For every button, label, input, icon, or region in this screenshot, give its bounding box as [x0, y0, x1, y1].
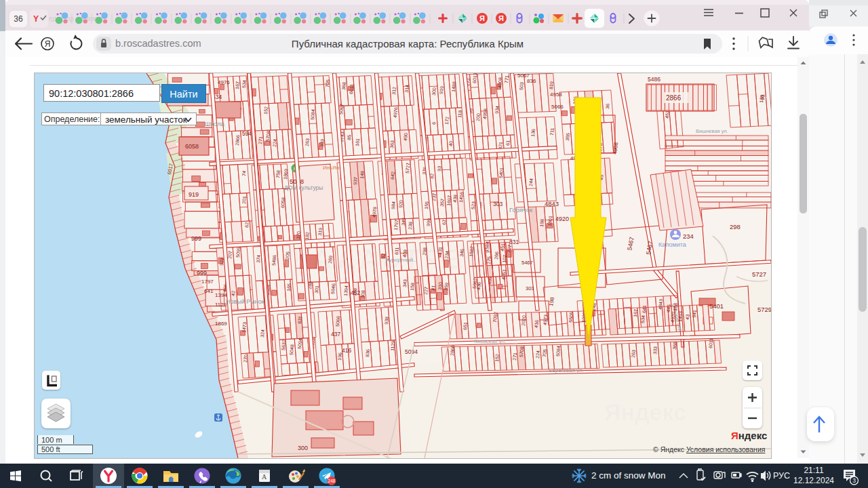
- svg-text:Яндекс: Яндекс: [604, 399, 686, 425]
- svg-text:4958: 4958: [550, 92, 562, 98]
- svg-text:188: 188: [673, 303, 678, 311]
- svg-text:1394: 1394: [343, 285, 349, 296]
- svg-text:5048: 5048: [289, 344, 294, 355]
- svg-text:919: 919: [189, 191, 199, 198]
- svg-text:758: 758: [275, 170, 281, 178]
- svg-text:172: 172: [444, 117, 450, 125]
- svg-text:6011: 6011: [349, 83, 354, 94]
- svg-text:5486: 5486: [271, 255, 277, 266]
- svg-text:705: 705: [325, 79, 330, 87]
- svg-text:6058: 6058: [185, 143, 199, 150]
- svg-text:298: 298: [730, 223, 741, 230]
- svg-text:5727: 5727: [405, 163, 410, 174]
- svg-text:Каломита: Каломита: [658, 241, 686, 248]
- svg-text:503: 503: [519, 82, 524, 90]
- svg-text:984: 984: [391, 201, 396, 209]
- svg-text:301: 301: [314, 285, 319, 293]
- svg-text:263: 263: [304, 138, 310, 146]
- svg-text:36: 36: [605, 104, 610, 109]
- svg-text:919: 919: [439, 86, 444, 94]
- svg-text:205: 205: [285, 251, 290, 260]
- svg-text:234: 234: [683, 232, 694, 240]
- svg-text:416: 416: [342, 347, 351, 354]
- svg-text:Я: Я: [479, 14, 485, 22]
- svg-text:Я: Я: [45, 39, 51, 49]
- svg-text:303: 303: [493, 201, 502, 207]
- svg-text:Вишневая ул.: Вишневая ул.: [696, 128, 728, 134]
- svg-text:705: 705: [542, 349, 547, 357]
- svg-text:4920: 4920: [555, 216, 569, 222]
- svg-text:771: 771: [504, 75, 509, 83]
- svg-text:62: 62: [244, 222, 250, 228]
- svg-text:4976: 4976: [218, 79, 230, 85]
- svg-text:999: 999: [191, 235, 201, 242]
- svg-text:1493: 1493: [677, 311, 683, 322]
- svg-text:2020: 2020: [521, 315, 526, 326]
- svg-text:148: 148: [359, 171, 365, 179]
- svg-text:363: 363: [389, 140, 395, 148]
- svg-text:6011: 6011: [708, 338, 713, 348]
- svg-text:201: 201: [241, 196, 247, 204]
- svg-text:Береговая ул.: Береговая ул.: [549, 367, 584, 373]
- svg-text:534: 534: [241, 80, 247, 88]
- svg-text:300: 300: [298, 445, 308, 451]
- svg-text:651: 651: [462, 322, 468, 330]
- svg-text:641: 641: [204, 288, 214, 294]
- svg-text:333: 333: [319, 139, 325, 147]
- svg-text:355: 355: [565, 133, 570, 141]
- svg-text:Y: Y: [33, 14, 39, 24]
- svg-text:324: 324: [260, 329, 265, 338]
- svg-text:36: 36: [14, 14, 23, 24]
- svg-text:107: 107: [502, 255, 507, 263]
- svg-text:161: 161: [355, 138, 360, 146]
- svg-text:200: 200: [475, 113, 481, 121]
- svg-text:1416: 1416: [458, 192, 464, 203]
- svg-text:74: 74: [241, 171, 247, 176]
- svg-text:451: 451: [500, 243, 505, 251]
- svg-text:1869: 1869: [215, 321, 227, 327]
- svg-text:368: 368: [341, 82, 347, 90]
- svg-text:6: 6: [431, 121, 436, 125]
- svg-text:67: 67: [441, 220, 447, 225]
- svg-text:436: 436: [476, 282, 481, 290]
- svg-text:490: 490: [403, 133, 408, 141]
- svg-text:1797: 1797: [201, 279, 214, 285]
- svg-text:642: 642: [390, 171, 395, 180]
- svg-text:5066: 5066: [335, 316, 340, 327]
- svg-text:452: 452: [351, 289, 360, 296]
- svg-text:303: 303: [526, 285, 534, 291]
- svg-text:207: 207: [227, 251, 233, 259]
- svg-text:5486: 5486: [648, 76, 660, 83]
- svg-text:941: 941: [692, 310, 697, 318]
- svg-text:938: 938: [384, 317, 389, 325]
- svg-text:4843: 4843: [545, 200, 559, 207]
- svg-text:534: 534: [640, 315, 646, 323]
- svg-text:Школа: Школа: [205, 120, 225, 127]
- svg-text:158: 158: [410, 283, 415, 291]
- svg-text:2866: 2866: [235, 135, 240, 146]
- svg-text:Новый Рынок: Новый Рынок: [226, 298, 264, 305]
- svg-text:999: 999: [426, 218, 431, 226]
- svg-text:333: 333: [652, 346, 658, 354]
- svg-text:42: 42: [231, 291, 236, 296]
- svg-text:1801: 1801: [547, 216, 553, 226]
- svg-text:999: 999: [197, 270, 207, 277]
- svg-text:920: 920: [398, 200, 403, 208]
- svg-text:819: 819: [549, 81, 554, 89]
- svg-text:Киевская ул.: Киевская ул.: [474, 338, 506, 344]
- svg-text:93: 93: [437, 166, 442, 171]
- svg-text:3: 3: [852, 477, 856, 484]
- svg-text:5084: 5084: [310, 109, 315, 120]
- svg-text:312: 312: [391, 87, 397, 95]
- svg-text:271: 271: [258, 136, 263, 144]
- svg-text:5708: 5708: [519, 346, 524, 357]
- svg-text:248: 248: [328, 479, 336, 483]
- svg-text:ДОМ культуры: ДОМ культуры: [284, 184, 323, 191]
- svg-text:1394: 1394: [215, 292, 227, 298]
- svg-text:93: 93: [760, 94, 766, 100]
- svg-text:6013: 6013: [472, 73, 477, 83]
- svg-text:445: 445: [666, 304, 671, 312]
- svg-text:85: 85: [347, 135, 352, 140]
- svg-text:319: 319: [317, 228, 323, 236]
- svg-text:136: 136: [530, 129, 536, 137]
